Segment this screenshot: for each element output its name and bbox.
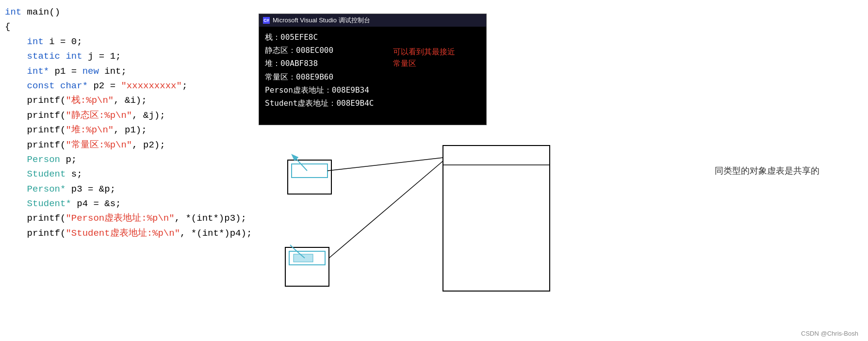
code-line: int i = 0; (5, 34, 257, 49)
console-line: 栈：005EFE8C (265, 31, 480, 44)
code-line: printf("常量区:%p\n", p2); (5, 138, 257, 152)
footer: CSDN @Chris-Bosh (801, 330, 858, 337)
svg-rect-3 (292, 164, 328, 178)
console-icon: C# (263, 17, 270, 24)
console-line: Student虚表地址：008E9B4C (265, 97, 480, 110)
code-line: Person* p3 = &p; (5, 182, 257, 196)
console-titlebar: C# Microsoft Visual Studio 调试控制台 (259, 14, 486, 27)
code-line: printf("Person虚表地址:%p\n", *(int*)p3); (5, 211, 257, 226)
diagram-svg (259, 136, 622, 320)
svg-line-8 (329, 161, 443, 258)
code-line: Student* p4 = &s; (5, 196, 257, 211)
code-line: const char* p2 = "xxxxxxxxx"; (5, 79, 257, 93)
console-window: C# Microsoft Visual Studio 调试控制台 栈：005EF… (259, 14, 487, 125)
console-body: 栈：005EFE8C静态区：008EC000堆：00ABF838常量区：008E… (259, 27, 486, 114)
code-line: printf("静态区:%p\n", &j); (5, 108, 257, 123)
console-annotation: 可以看到其最接近常量区 (393, 46, 455, 69)
code-line: Student s; (5, 167, 257, 181)
code-line: static int j = 1; (5, 49, 257, 64)
console-line: 常量区：008E9B60 (265, 70, 480, 83)
svg-rect-0 (443, 146, 550, 291)
diagram-section (259, 136, 622, 320)
svg-rect-6 (294, 254, 313, 262)
code-line: int* p1 = new int; (5, 64, 257, 79)
code-line: int main() (5, 5, 257, 19)
right-annotation: 同类型的对象虚表是共享的 (715, 165, 819, 177)
code-line: printf("栈:%p\n", &i); (5, 93, 257, 108)
console-title: Microsoft Visual Studio 调试控制台 (273, 16, 370, 25)
svg-line-7 (328, 158, 443, 171)
code-line: printf("Student虚表地址:%p\n", *(int*)p4); (5, 226, 257, 241)
console-line: Person虚表地址：008E9B34 (265, 83, 480, 97)
code-line: Person p; (5, 152, 257, 167)
code-section: int main(){ int i = 0; static int j = 1;… (0, 0, 257, 341)
code-line: printf("堆:%p\n", p1); (5, 123, 257, 137)
code-line: { (5, 19, 257, 34)
